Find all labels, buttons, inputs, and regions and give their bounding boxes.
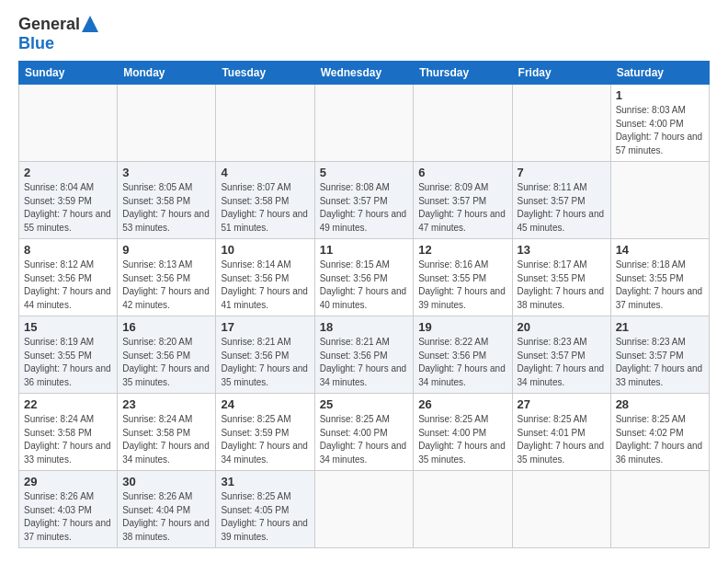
day-number: 19: [418, 320, 506, 334]
day-info: Sunrise: 8:03 AMSunset: 4:00 PMDaylight:…: [616, 105, 703, 155]
calendar-cell: 29 Sunrise: 8:26 AMSunset: 4:03 PMDaylig…: [19, 471, 118, 548]
calendar-cell: 30 Sunrise: 8:26 AMSunset: 4:04 PMDaylig…: [118, 471, 216, 548]
day-number: 17: [221, 320, 309, 334]
calendar-week-row: 2 Sunrise: 8:04 AMSunset: 3:59 PMDayligh…: [19, 162, 710, 239]
logo-general: General: [18, 15, 80, 34]
calendar-cell: 3 Sunrise: 8:05 AMSunset: 3:58 PMDayligh…: [118, 162, 216, 239]
day-info: Sunrise: 8:07 AMSunset: 3:58 PMDaylight:…: [221, 182, 308, 233]
day-number: 1: [616, 88, 704, 102]
day-info: Sunrise: 8:22 AMSunset: 3:56 PMDaylight:…: [418, 337, 506, 387]
day-info: Sunrise: 8:13 AMSunset: 3:56 PMDaylight:…: [122, 259, 210, 310]
day-number: 20: [518, 320, 606, 334]
calendar-cell: 28 Sunrise: 8:25 AMSunset: 4:02 PMDaylig…: [610, 394, 709, 471]
calendar-cell: [314, 471, 414, 548]
calendar-cell: [19, 85, 118, 162]
day-number: 7: [518, 166, 606, 179]
calendar-cell: 13 Sunrise: 8:17 AMSunset: 3:55 PMDaylig…: [512, 239, 610, 316]
day-number: 31: [221, 475, 309, 488]
day-number: 11: [320, 243, 409, 257]
calendar-cell: [512, 85, 610, 162]
header: General Blue: [18, 15, 710, 53]
day-number: 27: [518, 397, 606, 411]
calendar-cell: 16 Sunrise: 8:20 AMSunset: 3:56 PMDaylig…: [118, 316, 216, 394]
day-info: Sunrise: 8:16 AMSunset: 3:55 PMDaylight:…: [418, 259, 506, 310]
logo-blue-text: Blue: [18, 34, 54, 53]
day-number: 26: [418, 397, 506, 411]
day-number: 4: [221, 166, 309, 179]
calendar-cell: [118, 85, 216, 162]
calendar-header-wednesday: Wednesday: [314, 62, 414, 85]
calendar-week-row: 22 Sunrise: 8:24 AMSunset: 3:58 PMDaylig…: [19, 394, 710, 471]
day-info: Sunrise: 8:26 AMSunset: 4:04 PMDaylight:…: [122, 491, 210, 542]
calendar-header-monday: Monday: [118, 62, 216, 85]
day-number: 10: [221, 243, 309, 257]
day-info: Sunrise: 8:14 AMSunset: 3:56 PMDaylight:…: [221, 259, 308, 310]
day-info: Sunrise: 8:25 AMSunset: 4:00 PMDaylight:…: [320, 414, 407, 465]
day-number: 8: [24, 243, 112, 257]
day-info: Sunrise: 8:24 AMSunset: 3:58 PMDaylight:…: [122, 414, 210, 465]
day-info: Sunrise: 8:25 AMSunset: 3:59 PMDaylight:…: [221, 414, 308, 465]
logo-text: General: [18, 15, 98, 34]
day-number: 21: [616, 320, 704, 334]
day-number: 24: [221, 397, 309, 411]
calendar-cell: 18 Sunrise: 8:21 AMSunset: 3:56 PMDaylig…: [314, 316, 414, 394]
calendar-week-row: 15 Sunrise: 8:19 AMSunset: 3:55 PMDaylig…: [19, 316, 710, 394]
day-number: 30: [122, 475, 210, 488]
calendar-header-saturday: Saturday: [610, 62, 709, 85]
day-info: Sunrise: 8:25 AMSunset: 4:02 PMDaylight:…: [616, 414, 703, 465]
calendar-table: SundayMondayTuesdayWednesdayThursdayFrid…: [18, 61, 710, 548]
day-info: Sunrise: 8:12 AMSunset: 3:56 PMDaylight:…: [24, 259, 111, 310]
day-info: Sunrise: 8:25 AMSunset: 4:00 PMDaylight:…: [418, 414, 506, 465]
day-info: Sunrise: 8:19 AMSunset: 3:55 PMDaylight:…: [24, 337, 111, 387]
day-number: 14: [616, 243, 704, 257]
calendar-cell: 20 Sunrise: 8:23 AMSunset: 3:57 PMDaylig…: [512, 316, 610, 394]
day-info: Sunrise: 8:21 AMSunset: 3:56 PMDaylight:…: [320, 337, 407, 387]
calendar-cell: 9 Sunrise: 8:13 AMSunset: 3:56 PMDayligh…: [118, 239, 216, 316]
day-info: Sunrise: 8:21 AMSunset: 3:56 PMDaylight:…: [221, 337, 308, 387]
day-number: 15: [24, 320, 112, 334]
calendar-cell: 19 Sunrise: 8:22 AMSunset: 3:56 PMDaylig…: [414, 316, 512, 394]
day-info: Sunrise: 8:04 AMSunset: 3:59 PMDaylight:…: [24, 182, 111, 233]
day-info: Sunrise: 8:20 AMSunset: 3:56 PMDaylight:…: [122, 337, 210, 387]
day-number: 29: [24, 475, 112, 488]
day-number: 28: [616, 397, 704, 411]
day-number: 18: [320, 320, 409, 334]
day-number: 2: [24, 166, 112, 179]
calendar-cell: 15 Sunrise: 8:19 AMSunset: 3:55 PMDaylig…: [19, 316, 118, 394]
calendar-cell: 24 Sunrise: 8:25 AMSunset: 3:59 PMDaylig…: [216, 394, 314, 471]
day-number: 9: [122, 243, 210, 257]
day-info: Sunrise: 8:24 AMSunset: 3:58 PMDaylight:…: [24, 414, 111, 465]
day-info: Sunrise: 8:25 AMSunset: 4:05 PMDaylight:…: [221, 491, 308, 542]
calendar-cell: 21 Sunrise: 8:23 AMSunset: 3:57 PMDaylig…: [610, 316, 709, 394]
calendar-cell: 26 Sunrise: 8:25 AMSunset: 4:00 PMDaylig…: [414, 394, 512, 471]
day-info: Sunrise: 8:26 AMSunset: 4:03 PMDaylight:…: [24, 491, 111, 542]
calendar-cell: 23 Sunrise: 8:24 AMSunset: 3:58 PMDaylig…: [118, 394, 216, 471]
calendar-cell: 11 Sunrise: 8:15 AMSunset: 3:56 PMDaylig…: [314, 239, 414, 316]
calendar-cell: 17 Sunrise: 8:21 AMSunset: 3:56 PMDaylig…: [216, 316, 314, 394]
calendar-header-friday: Friday: [512, 62, 610, 85]
calendar-cell: [610, 471, 709, 548]
calendar-header-tuesday: Tuesday: [216, 62, 314, 85]
calendar-cell: 31 Sunrise: 8:25 AMSunset: 4:05 PMDaylig…: [216, 471, 314, 548]
calendar-cell: [414, 85, 512, 162]
day-number: 6: [418, 166, 506, 179]
calendar-cell: 25 Sunrise: 8:25 AMSunset: 4:00 PMDaylig…: [314, 394, 414, 471]
calendar-cell: 5 Sunrise: 8:08 AMSunset: 3:57 PMDayligh…: [314, 162, 414, 239]
day-info: Sunrise: 8:23 AMSunset: 3:57 PMDaylight:…: [616, 337, 703, 387]
day-info: Sunrise: 8:05 AMSunset: 3:58 PMDaylight:…: [122, 182, 210, 233]
calendar-header-sunday: Sunday: [19, 62, 118, 85]
calendar-week-row: 29 Sunrise: 8:26 AMSunset: 4:03 PMDaylig…: [19, 471, 710, 548]
calendar-week-row: 1 Sunrise: 8:03 AMSunset: 4:00 PMDayligh…: [19, 85, 710, 162]
calendar-cell: 8 Sunrise: 8:12 AMSunset: 3:56 PMDayligh…: [19, 239, 118, 316]
day-info: Sunrise: 8:09 AMSunset: 3:57 PMDaylight:…: [418, 182, 506, 233]
calendar-cell: [512, 471, 610, 548]
day-number: 12: [418, 243, 506, 257]
day-info: Sunrise: 8:18 AMSunset: 3:55 PMDaylight:…: [616, 259, 703, 310]
calendar-cell: 27 Sunrise: 8:25 AMSunset: 4:01 PMDaylig…: [512, 394, 610, 471]
page: General Blue SundayMondayTuesdayWednesda…: [0, 0, 728, 557]
day-number: 5: [320, 166, 409, 179]
day-number: 3: [122, 166, 210, 179]
calendar-cell: [216, 85, 314, 162]
day-number: 25: [320, 397, 409, 411]
calendar-cell: [314, 85, 414, 162]
